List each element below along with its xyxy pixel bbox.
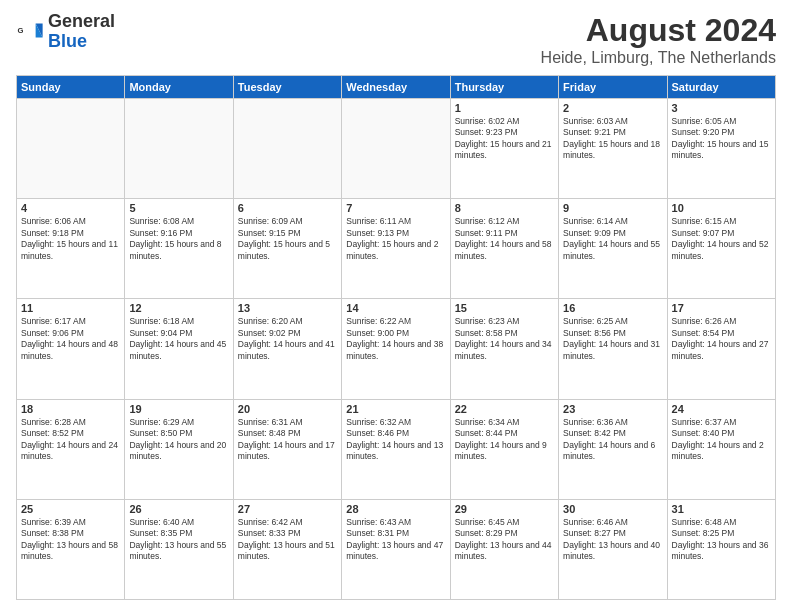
day-info: Sunrise: 6:25 AM Sunset: 8:56 PM Dayligh… [563,316,662,362]
day-number: 1 [455,102,554,114]
day-number: 25 [21,503,120,515]
table-row: 10Sunrise: 6:15 AM Sunset: 9:07 PM Dayli… [667,199,775,299]
day-info: Sunrise: 6:03 AM Sunset: 9:21 PM Dayligh… [563,116,662,162]
day-info: Sunrise: 6:36 AM Sunset: 8:42 PM Dayligh… [563,417,662,463]
table-row: 2Sunrise: 6:03 AM Sunset: 9:21 PM Daylig… [559,99,667,199]
day-number: 19 [129,403,228,415]
table-row: 8Sunrise: 6:12 AM Sunset: 9:11 PM Daylig… [450,199,558,299]
day-number: 22 [455,403,554,415]
day-number: 13 [238,302,337,314]
page: G General Blue August 2024 Heide, Limbur… [0,0,792,612]
day-info: Sunrise: 6:22 AM Sunset: 9:00 PM Dayligh… [346,316,445,362]
day-number: 31 [672,503,771,515]
calendar-header-row: Sunday Monday Tuesday Wednesday Thursday… [17,76,776,99]
table-row: 29Sunrise: 6:45 AM Sunset: 8:29 PM Dayli… [450,499,558,599]
day-info: Sunrise: 6:37 AM Sunset: 8:40 PM Dayligh… [672,417,771,463]
day-info: Sunrise: 6:46 AM Sunset: 8:27 PM Dayligh… [563,517,662,563]
day-number: 5 [129,202,228,214]
calendar: Sunday Monday Tuesday Wednesday Thursday… [16,75,776,600]
day-number: 29 [455,503,554,515]
table-row [233,99,341,199]
table-row: 3Sunrise: 6:05 AM Sunset: 9:20 PM Daylig… [667,99,775,199]
table-row: 26Sunrise: 6:40 AM Sunset: 8:35 PM Dayli… [125,499,233,599]
day-number: 14 [346,302,445,314]
table-row: 9Sunrise: 6:14 AM Sunset: 9:09 PM Daylig… [559,199,667,299]
day-info: Sunrise: 6:05 AM Sunset: 9:20 PM Dayligh… [672,116,771,162]
day-number: 15 [455,302,554,314]
table-row: 12Sunrise: 6:18 AM Sunset: 9:04 PM Dayli… [125,299,233,399]
day-info: Sunrise: 6:40 AM Sunset: 8:35 PM Dayligh… [129,517,228,563]
day-number: 18 [21,403,120,415]
main-title: August 2024 [541,12,776,49]
table-row [125,99,233,199]
day-number: 9 [563,202,662,214]
day-info: Sunrise: 6:14 AM Sunset: 9:09 PM Dayligh… [563,216,662,262]
svg-text:G: G [17,26,23,35]
day-number: 12 [129,302,228,314]
day-number: 26 [129,503,228,515]
table-row: 19Sunrise: 6:29 AM Sunset: 8:50 PM Dayli… [125,399,233,499]
table-row: 24Sunrise: 6:37 AM Sunset: 8:40 PM Dayli… [667,399,775,499]
col-friday: Friday [559,76,667,99]
day-number: 8 [455,202,554,214]
calendar-week-row: 25Sunrise: 6:39 AM Sunset: 8:38 PM Dayli… [17,499,776,599]
day-info: Sunrise: 6:15 AM Sunset: 9:07 PM Dayligh… [672,216,771,262]
day-number: 6 [238,202,337,214]
day-info: Sunrise: 6:23 AM Sunset: 8:58 PM Dayligh… [455,316,554,362]
logo: G General Blue [16,12,115,52]
day-number: 20 [238,403,337,415]
day-number: 27 [238,503,337,515]
table-row [342,99,450,199]
day-number: 11 [21,302,120,314]
day-info: Sunrise: 6:42 AM Sunset: 8:33 PM Dayligh… [238,517,337,563]
table-row: 7Sunrise: 6:11 AM Sunset: 9:13 PM Daylig… [342,199,450,299]
col-thursday: Thursday [450,76,558,99]
day-info: Sunrise: 6:28 AM Sunset: 8:52 PM Dayligh… [21,417,120,463]
day-info: Sunrise: 6:18 AM Sunset: 9:04 PM Dayligh… [129,316,228,362]
day-info: Sunrise: 6:12 AM Sunset: 9:11 PM Dayligh… [455,216,554,262]
header: G General Blue August 2024 Heide, Limbur… [16,12,776,67]
day-info: Sunrise: 6:08 AM Sunset: 9:16 PM Dayligh… [129,216,228,262]
table-row: 23Sunrise: 6:36 AM Sunset: 8:42 PM Dayli… [559,399,667,499]
day-info: Sunrise: 6:48 AM Sunset: 8:25 PM Dayligh… [672,517,771,563]
table-row: 13Sunrise: 6:20 AM Sunset: 9:02 PM Dayli… [233,299,341,399]
day-info: Sunrise: 6:31 AM Sunset: 8:48 PM Dayligh… [238,417,337,463]
col-wednesday: Wednesday [342,76,450,99]
calendar-week-row: 4Sunrise: 6:06 AM Sunset: 9:18 PM Daylig… [17,199,776,299]
day-number: 23 [563,403,662,415]
day-info: Sunrise: 6:26 AM Sunset: 8:54 PM Dayligh… [672,316,771,362]
table-row: 11Sunrise: 6:17 AM Sunset: 9:06 PM Dayli… [17,299,125,399]
day-info: Sunrise: 6:17 AM Sunset: 9:06 PM Dayligh… [21,316,120,362]
table-row: 6Sunrise: 6:09 AM Sunset: 9:15 PM Daylig… [233,199,341,299]
subtitle: Heide, Limburg, The Netherlands [541,49,776,67]
day-info: Sunrise: 6:11 AM Sunset: 9:13 PM Dayligh… [346,216,445,262]
day-info: Sunrise: 6:29 AM Sunset: 8:50 PM Dayligh… [129,417,228,463]
day-info: Sunrise: 6:34 AM Sunset: 8:44 PM Dayligh… [455,417,554,463]
table-row [17,99,125,199]
day-number: 16 [563,302,662,314]
day-number: 7 [346,202,445,214]
day-number: 17 [672,302,771,314]
table-row: 30Sunrise: 6:46 AM Sunset: 8:27 PM Dayli… [559,499,667,599]
day-info: Sunrise: 6:02 AM Sunset: 9:23 PM Dayligh… [455,116,554,162]
day-number: 2 [563,102,662,114]
title-block: August 2024 Heide, Limburg, The Netherla… [541,12,776,67]
table-row: 22Sunrise: 6:34 AM Sunset: 8:44 PM Dayli… [450,399,558,499]
table-row: 21Sunrise: 6:32 AM Sunset: 8:46 PM Dayli… [342,399,450,499]
logo-blue-text: Blue [48,31,87,51]
table-row: 25Sunrise: 6:39 AM Sunset: 8:38 PM Dayli… [17,499,125,599]
day-info: Sunrise: 6:06 AM Sunset: 9:18 PM Dayligh… [21,216,120,262]
table-row: 18Sunrise: 6:28 AM Sunset: 8:52 PM Dayli… [17,399,125,499]
day-number: 24 [672,403,771,415]
logo-icon: G [16,18,44,46]
table-row: 17Sunrise: 6:26 AM Sunset: 8:54 PM Dayli… [667,299,775,399]
calendar-week-row: 11Sunrise: 6:17 AM Sunset: 9:06 PM Dayli… [17,299,776,399]
table-row: 16Sunrise: 6:25 AM Sunset: 8:56 PM Dayli… [559,299,667,399]
day-info: Sunrise: 6:39 AM Sunset: 8:38 PM Dayligh… [21,517,120,563]
table-row: 31Sunrise: 6:48 AM Sunset: 8:25 PM Dayli… [667,499,775,599]
table-row: 5Sunrise: 6:08 AM Sunset: 9:16 PM Daylig… [125,199,233,299]
day-info: Sunrise: 6:32 AM Sunset: 8:46 PM Dayligh… [346,417,445,463]
day-number: 30 [563,503,662,515]
day-number: 28 [346,503,445,515]
table-row: 14Sunrise: 6:22 AM Sunset: 9:00 PM Dayli… [342,299,450,399]
